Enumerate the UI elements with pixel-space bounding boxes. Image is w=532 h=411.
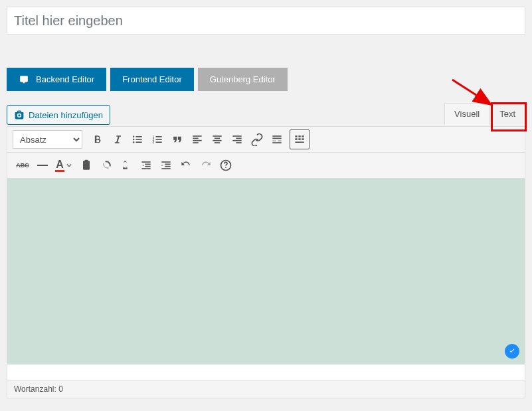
tab-text[interactable]: Text — [489, 103, 525, 125]
format-select[interactable]: Absatz — [13, 130, 82, 149]
svg-rect-33 — [302, 135, 304, 137]
media-tab-row: Dateien hinzufügen Visuell Text — [7, 103, 525, 125]
word-count: Wortanzahl: 0 — [7, 380, 525, 398]
clear-formatting-button[interactable] — [96, 155, 116, 175]
toolbar-toggle-button[interactable] — [290, 129, 310, 149]
svg-rect-19 — [215, 138, 220, 139]
add-media-label: Dateien hinzufügen — [29, 110, 103, 120]
svg-rect-34 — [295, 138, 297, 140]
help-button[interactable] — [216, 155, 236, 175]
text-color-button[interactable]: A — [52, 155, 67, 175]
svg-rect-13 — [156, 141, 162, 143]
tab-visual[interactable]: Visuell — [444, 103, 489, 125]
svg-rect-25 — [236, 142, 241, 143]
bold-button[interactable] — [88, 129, 108, 149]
media-icon — [14, 110, 25, 120]
svg-text:3: 3 — [153, 140, 155, 144]
editor-mode-buttons: Backend Editor Frontend Editor Gutenberg… — [7, 68, 525, 91]
svg-rect-35 — [298, 138, 300, 140]
editor-tabs: Visuell Text — [444, 103, 525, 125]
svg-rect-44 — [161, 161, 170, 163]
svg-rect-15 — [193, 138, 198, 139]
indent-button[interactable] — [156, 155, 176, 175]
status-check-badge — [505, 344, 519, 359]
paste-text-button[interactable] — [76, 155, 96, 175]
svg-point-2 — [133, 136, 135, 138]
redo-button[interactable] — [196, 155, 216, 175]
frontend-editor-label: Frontend Editor — [122, 74, 182, 84]
svg-rect-32 — [298, 135, 300, 137]
text-color-dropdown[interactable] — [66, 155, 72, 175]
svg-rect-22 — [232, 135, 241, 137]
align-right-button[interactable] — [227, 129, 247, 149]
bullet-list-button[interactable] — [128, 129, 147, 149]
speech-bubble-icon — [19, 75, 29, 84]
align-center-button[interactable] — [207, 129, 227, 149]
svg-rect-30 — [272, 142, 281, 143]
frontend-editor-button[interactable]: Frontend Editor — [110, 68, 194, 91]
svg-rect-17 — [193, 142, 198, 143]
svg-rect-38 — [83, 161, 90, 169]
gutenberg-editor-button[interactable]: Gutenberg Editor — [198, 68, 288, 91]
editor-footer-strip — [7, 365, 525, 380]
horizontal-rule-button[interactable] — [33, 155, 52, 175]
svg-rect-36 — [302, 138, 304, 140]
svg-rect-6 — [136, 139, 142, 140]
svg-rect-11 — [156, 136, 162, 137]
svg-rect-43 — [141, 168, 150, 169]
toolbar-row-2: ABC A — [7, 153, 525, 179]
undo-button[interactable] — [176, 155, 196, 175]
add-media-button[interactable]: Dateien hinzufügen — [7, 105, 110, 125]
svg-rect-40 — [141, 161, 150, 163]
svg-rect-23 — [236, 138, 241, 139]
svg-rect-26 — [272, 135, 281, 137]
svg-rect-16 — [193, 140, 201, 141]
svg-rect-46 — [165, 166, 170, 167]
title-input[interactable] — [7, 7, 525, 35]
svg-rect-37 — [295, 141, 304, 143]
svg-point-49 — [225, 167, 226, 169]
svg-rect-42 — [145, 166, 150, 167]
svg-rect-39 — [85, 160, 88, 162]
svg-point-3 — [133, 139, 135, 141]
editor-content-area[interactable] — [7, 179, 525, 365]
align-left-button[interactable] — [187, 129, 207, 149]
svg-rect-12 — [156, 139, 162, 140]
italic-button[interactable] — [108, 129, 128, 149]
svg-rect-41 — [145, 164, 150, 165]
blockquote-button[interactable] — [167, 129, 187, 149]
hr-icon — [37, 165, 48, 166]
svg-rect-31 — [295, 135, 297, 137]
toolbar-row-1: Absatz 123 — [7, 126, 525, 153]
special-char-button[interactable] — [116, 155, 136, 175]
svg-rect-45 — [165, 164, 170, 165]
svg-rect-20 — [213, 140, 221, 141]
backend-editor-label: Backend Editor — [36, 74, 94, 84]
check-icon — [508, 347, 516, 355]
svg-rect-29 — [278, 141, 282, 141]
svg-rect-27 — [272, 138, 281, 139]
svg-rect-7 — [136, 141, 142, 143]
outdent-button[interactable] — [136, 155, 156, 175]
svg-rect-5 — [136, 136, 142, 137]
svg-rect-18 — [213, 135, 221, 137]
read-more-button[interactable] — [267, 129, 287, 149]
gutenberg-editor-label: Gutenberg Editor — [210, 74, 276, 84]
strikethrough-button[interactable]: ABC — [13, 155, 33, 175]
svg-rect-47 — [161, 168, 170, 169]
numbered-list-button[interactable]: 123 — [147, 129, 167, 149]
svg-point-4 — [133, 141, 135, 143]
strikethrough-icon: ABC — [16, 162, 29, 169]
link-button[interactable] — [247, 129, 267, 149]
svg-rect-14 — [193, 135, 201, 137]
svg-rect-28 — [272, 141, 276, 141]
text-color-icon: A — [55, 159, 64, 172]
backend-editor-button[interactable]: Backend Editor — [7, 68, 106, 91]
svg-rect-21 — [215, 142, 220, 143]
svg-rect-24 — [232, 140, 241, 141]
